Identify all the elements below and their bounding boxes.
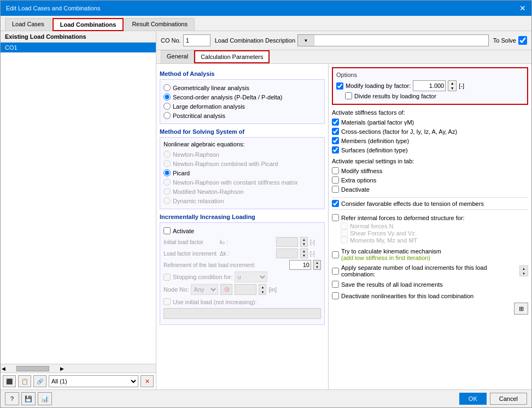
node-no-label: Node No: — [163, 286, 189, 293]
chart-icon-button[interactable]: 📊 — [38, 392, 52, 405]
co-no-input[interactable] — [183, 34, 211, 46]
apply-separate-spin[interactable]: ▲▼ — [519, 265, 528, 276]
load-factor-symbol: Δk : — [220, 251, 274, 257]
node-any-select[interactable]: Any — [191, 284, 218, 295]
radio-large-deform-input[interactable] — [163, 103, 171, 110]
description-group: Load Combination Description ▼ — [215, 34, 489, 46]
radio-dynamic-relax-input[interactable] — [163, 197, 171, 204]
modify-down[interactable]: ▼ — [448, 86, 456, 91]
modify-loading-input[interactable] — [413, 80, 446, 91]
close-button[interactable]: ✕ — [519, 4, 526, 13]
radio-postcritical-input[interactable] — [163, 112, 171, 119]
load-factor-spin[interactable]: ▲▼ — [300, 249, 308, 258]
tab-calc-params[interactable]: Calculation Parameters — [194, 50, 270, 63]
description-input[interactable] — [314, 35, 488, 46]
consider-favorable-checkbox[interactable] — [332, 200, 339, 207]
ok-button[interactable]: OK — [459, 393, 487, 405]
link-button[interactable]: 🔗 — [33, 375, 46, 387]
tab-result-combinations[interactable]: Result Combinations — [125, 18, 195, 31]
node-spin[interactable]: ▲▼ — [259, 284, 266, 295]
refinement-label: Refinement of the last load increment: — [163, 262, 287, 268]
list-item[interactable]: CO1 — [1, 43, 156, 52]
radio-newton-const-input[interactable] — [163, 179, 171, 186]
radio-second-order: Second-order analysis (P-Delta / P-delta… — [163, 92, 321, 102]
initial-load-spin[interactable]: ▲▼ — [300, 237, 308, 247]
radio-large-deform: Large deformation analysis — [163, 102, 321, 111]
cancel-button[interactable]: Cancel — [490, 393, 527, 405]
new-button[interactable]: ⬛ — [3, 375, 16, 387]
stopping-select[interactable]: u — [235, 271, 267, 282]
activate-checkbox[interactable] — [163, 227, 171, 234]
try-kinematic-checkbox[interactable] — [332, 251, 339, 258]
refer-internal-checkbox[interactable] — [332, 214, 339, 221]
use-initial-checkbox[interactable] — [163, 298, 171, 305]
tab-general[interactable]: General — [161, 50, 194, 63]
shear-forces-checkbox[interactable] — [341, 229, 348, 236]
refinement-row: Refinement of the last load increment: ▲… — [163, 260, 321, 270]
tab-load-cases[interactable]: Load Cases — [5, 18, 51, 31]
help-button[interactable]: ? — [5, 392, 19, 405]
radio-dynamic-relax: Dynamic relaxation — [163, 196, 321, 205]
node-pick-button[interactable]: 🎯 — [220, 284, 232, 295]
to-solve-checkbox[interactable] — [518, 36, 527, 45]
modify-loading-spin[interactable]: ▲▼ — [448, 80, 457, 91]
divide-results-checkbox[interactable] — [345, 92, 352, 99]
apply-down[interactable]: ▼ — [520, 271, 528, 276]
moments-checkbox[interactable] — [341, 236, 348, 244]
extra-options-checkbox[interactable] — [332, 176, 339, 184]
refer-internal-row: Refer internal forces to deformed struct… — [332, 213, 528, 222]
initial-load-up[interactable]: ▲ — [301, 238, 307, 242]
moments-label: Moments My, Mz and MT — [350, 237, 417, 244]
use-initial-input[interactable] — [163, 308, 321, 319]
scroll-thumb[interactable] — [16, 366, 49, 371]
save-icon-button[interactable]: 💾 — [21, 392, 36, 405]
save-results-checkbox[interactable] — [332, 281, 339, 288]
deactivate-nonlin-checkbox[interactable] — [332, 292, 339, 299]
stopping-checkbox[interactable] — [163, 274, 171, 281]
tab-load-combinations[interactable]: Load Combinations — [52, 18, 124, 31]
delete-button[interactable]: ✕ — [141, 375, 154, 387]
surfaces-checkbox[interactable] — [332, 146, 339, 153]
radio-newton-raphson-input[interactable] — [163, 151, 171, 158]
refinement-up[interactable]: ▲ — [314, 261, 320, 265]
filter-select[interactable]: All (1) — [49, 375, 138, 387]
divide-results-label: Divide results by loading factor — [354, 93, 436, 99]
radio-newton-picard-input[interactable] — [163, 160, 171, 167]
node-down[interactable]: ▼ — [259, 289, 266, 294]
node-up[interactable]: ▲ — [259, 285, 266, 289]
save-results-label: Save the results of all load increments — [341, 281, 443, 288]
copy-button[interactable]: 📋 — [18, 375, 31, 387]
apply-up[interactable]: ▲ — [520, 266, 528, 271]
refinement-input[interactable] — [289, 260, 311, 270]
normal-forces-checkbox[interactable] — [341, 222, 348, 229]
radio-newton-const: Newton-Raphson with constant stiffness m… — [163, 178, 321, 187]
stiffness-section: Activate stiffness factors of: Materials… — [332, 109, 528, 155]
load-factor-up[interactable]: ▲ — [301, 249, 307, 253]
radio-second-order-input[interactable] — [163, 93, 171, 100]
co-no-label: CO No. — [161, 37, 181, 44]
left-panel: Existing Load Combinations CO1 ◀ ▶ ⬛ 📋 🔗… — [1, 31, 156, 389]
right-icon-button[interactable]: ⊞ — [514, 303, 528, 315]
refinement-spin[interactable]: ▲▼ — [313, 260, 321, 270]
modify-stiffness-checkbox[interactable] — [332, 167, 339, 174]
deactivate-checkbox[interactable] — [332, 186, 339, 193]
apply-separate-checkbox[interactable] — [332, 268, 339, 275]
refinement-down[interactable]: ▼ — [314, 265, 320, 269]
horizontal-scrollbar[interactable]: ◀ ▶ — [1, 364, 156, 372]
materials-checkbox[interactable] — [332, 119, 339, 126]
modify-up[interactable]: ▲ — [448, 81, 456, 86]
modify-loading-checkbox[interactable] — [336, 82, 343, 90]
left-panel-footer: ⬛ 📋 🔗 All (1) ✕ — [1, 372, 156, 389]
load-factor-input[interactable] — [276, 249, 298, 258]
node-value-input[interactable] — [235, 284, 256, 295]
initial-load-input[interactable] — [276, 237, 298, 247]
combo-arrow[interactable]: ▼ — [304, 38, 308, 43]
load-factor-down[interactable]: ▼ — [301, 253, 307, 258]
initial-load-down[interactable]: ▼ — [301, 242, 307, 246]
radio-picard-input[interactable] — [163, 169, 171, 176]
radio-modified-newton-input[interactable] — [163, 188, 171, 195]
radio-newton-const-label: Newton-Raphson with constant stiffness m… — [173, 179, 297, 186]
cross-sections-checkbox[interactable] — [332, 128, 339, 135]
radio-geo-linear-input[interactable] — [163, 84, 171, 91]
members-checkbox[interactable] — [332, 137, 339, 144]
